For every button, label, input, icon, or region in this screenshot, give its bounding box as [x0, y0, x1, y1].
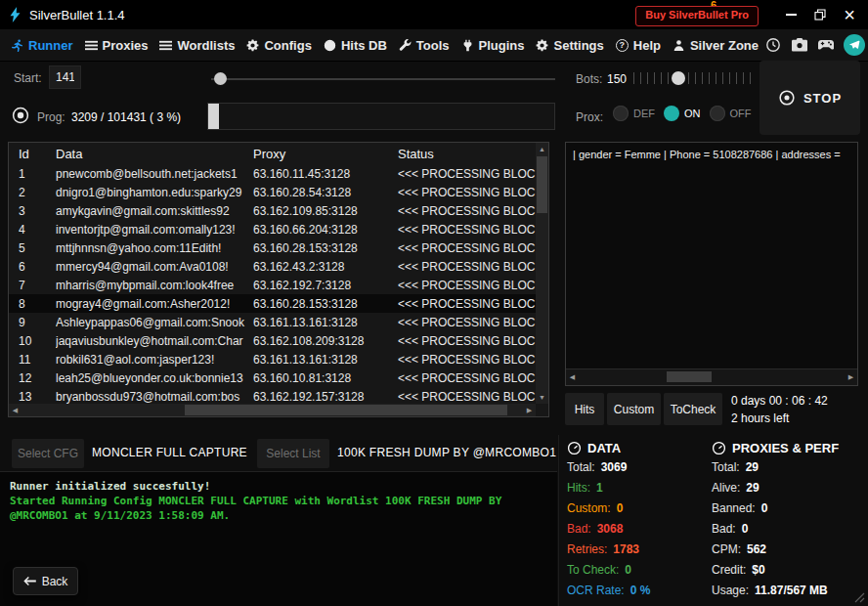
nav-item-configs[interactable]: Configs [240, 29, 317, 61]
log-line: Started Running Config MONCLER FULL CAPT… [10, 494, 547, 523]
start-label: Start: [14, 71, 42, 85]
bots-label: Bots: [576, 72, 602, 86]
start-input[interactable] [49, 65, 81, 89]
back-button[interactable]: Back [13, 567, 78, 595]
column-header-status[interactable]: Status [398, 147, 548, 161]
history-button[interactable] [764, 36, 782, 54]
game-button[interactable] [817, 36, 835, 54]
stat-label: Bad: [712, 523, 736, 535]
stat-value: 3068 [597, 523, 624, 535]
horizontal-scrollbar[interactable]: ◀ ▶ [9, 404, 536, 416]
scroll-left-icon[interactable]: ◀ [9, 404, 22, 416]
nav-item-plugins[interactable]: Plugins [456, 29, 531, 61]
cell-status: <<< PROCESSING BLOC [398, 353, 536, 367]
table-row[interactable]: 10jaqaviusbunkley@hotmail.com:Char63.162… [9, 331, 536, 350]
select-wordlist-button[interactable]: Select List [257, 439, 329, 468]
table-row[interactable]: 6mmercy94@gmail.com:Ava0108!63.162.43.2:… [9, 257, 536, 276]
stat-label: Credit: [712, 564, 746, 576]
cell-proxy: 63.160.28.153:3128 [253, 297, 398, 311]
nav-item-wordlists[interactable]: Wordlists [153, 29, 240, 61]
titlebar: SilverBullet 1.1.4 6 Buy SilverBullet Pr… [0, 0, 868, 29]
scrollbar-thumb[interactable] [667, 371, 712, 382]
start-slider[interactable] [211, 72, 555, 85]
stat-value: 1783 [613, 543, 639, 555]
scroll-left-icon[interactable]: ◀ [566, 369, 579, 385]
nav-label: Runner [28, 38, 73, 53]
nav-item-proxies[interactable]: Proxies [79, 29, 154, 61]
table-row[interactable]: 13bryanbossdu973@hotmail.com:bos63.162.1… [9, 387, 536, 404]
stat-proxies-alive: Alive:29 [712, 482, 828, 494]
progress-radio-icon [12, 107, 29, 124]
proxy-mode-off[interactable]: OFF [710, 106, 752, 121]
app-title: SilverBullet 1.1.4 [29, 8, 125, 22]
scroll-up-icon[interactable]: ▲ [536, 143, 548, 155]
screenshot-button[interactable] [791, 36, 808, 54]
slider-thumb[interactable] [214, 72, 227, 85]
tab-tocheck[interactable]: ToCheck [664, 393, 722, 425]
column-header-data[interactable]: Data [56, 147, 253, 161]
table-row[interactable]: 12leah25@blueyonder.co.uk:bonnie1363.160… [9, 368, 536, 387]
vertical-scrollbar[interactable]: ▲ ▼ [536, 143, 548, 404]
close-button[interactable]: × [835, 0, 864, 29]
table-header: Id Data Proxy Status [9, 143, 548, 164]
proxy-mode-on[interactable]: ON [664, 106, 701, 121]
cell-data: mttjhnnsn@yahoo.com:11Edith! [56, 241, 253, 255]
minimize-button[interactable] [776, 0, 805, 29]
scrollbar-thumb[interactable] [537, 156, 547, 213]
table-row[interactable]: 11robkil631@aol.com:jasper123!63.161.13.… [9, 350, 536, 368]
stat-label: CPM: [712, 543, 741, 555]
slider-thumb[interactable] [672, 71, 685, 85]
buy-pro-button[interactable]: Buy SilverBullet Pro [635, 6, 759, 26]
nav-item-silver-zone[interactable]: Silver Zone [667, 29, 764, 61]
log-line: Runner initialized succesfully! [10, 479, 547, 494]
resize-grip[interactable] [854, 592, 865, 603]
scrollbar-thumb[interactable] [185, 405, 507, 415]
nav-item-settings[interactable]: Settings [530, 29, 609, 61]
table-row-selected[interactable]: 8mogray4@gmail.com:Asher2012!63.160.28.1… [9, 294, 536, 313]
maximize-icon [814, 9, 826, 21]
scroll-right-icon[interactable]: ▶ [845, 369, 857, 385]
tab-hits[interactable]: Hits [565, 393, 604, 425]
stat-value: 29 [746, 482, 759, 494]
data-stats-header: DATA [567, 441, 621, 455]
cell-data: mharris@mybpmail.com:look4free [56, 279, 253, 292]
table-row[interactable]: 4inventorjtp@gmail.com:omally123!63.160.… [9, 220, 536, 238]
stat-cpm: CPM:562 [712, 543, 828, 555]
nav-item-runner[interactable]: Runner [5, 29, 79, 61]
column-header-proxy[interactable]: Proxy [253, 147, 398, 161]
cell-id: 3 [19, 204, 56, 218]
gauge-icon [324, 39, 336, 52]
nav-item-help[interactable]: ? Help [610, 29, 667, 61]
cell-data: pnewcomb@bellsouth.net:jackets1 [56, 167, 253, 181]
proxy-mode-def[interactable]: DEF [613, 106, 655, 121]
stat-label: OCR Rate: [567, 584, 625, 596]
column-header-id[interactable]: Id [19, 147, 56, 161]
nav-item-tools[interactable]: Tools [393, 29, 456, 61]
gear-icon [536, 39, 548, 52]
table-row[interactable]: 9Ashleypappas06@gmail.com:Snook63.161.13… [9, 313, 536, 331]
bots-slider[interactable] [633, 68, 755, 88]
minimize-icon [786, 14, 797, 16]
nav-item-hits-db[interactable]: Hits DB [318, 29, 393, 61]
close-icon: × [844, 5, 855, 24]
telegram-button[interactable] [844, 34, 865, 56]
table-row[interactable]: 7mharris@mybpmail.com:look4free63.162.19… [9, 276, 536, 294]
selected-wordlist-name: 100K FRESH DUMP BY @MRCOMBO1 [337, 446, 556, 459]
maximize-button[interactable] [805, 0, 835, 29]
cell-data: leah25@blueyonder.co.uk:bonnie13 [56, 371, 253, 385]
detail-horizontal-scrollbar[interactable]: ◀ ▶ [566, 368, 857, 385]
table-row[interactable]: 1pnewcomb@bellsouth.net:jackets163.160.1… [9, 164, 536, 183]
stop-button[interactable]: STOP [760, 61, 860, 135]
table-row[interactable]: 5mttjhnnsn@yahoo.com:11Edith!63.160.28.1… [9, 238, 536, 257]
table-row[interactable]: 3amykgavin@gmail.com:skittles9263.162.10… [9, 201, 536, 220]
cell-id: 1 [19, 167, 56, 181]
cell-status: <<< PROCESSING BLOC [398, 204, 536, 218]
stat-data-custom: Custom:0 [567, 502, 650, 514]
cell-id: 8 [19, 297, 56, 311]
select-config-button[interactable]: Select CFG [12, 439, 84, 468]
tab-custom[interactable]: Custom [607, 393, 661, 425]
scroll-right-icon[interactable]: ▶ [523, 404, 536, 416]
scroll-down-icon[interactable]: ▼ [536, 391, 548, 404]
cell-proxy: 63.162.108.209:3128 [253, 334, 398, 348]
table-row[interactable]: 2dnigro1@binghamton.edu:sparky2963.160.2… [9, 183, 536, 201]
